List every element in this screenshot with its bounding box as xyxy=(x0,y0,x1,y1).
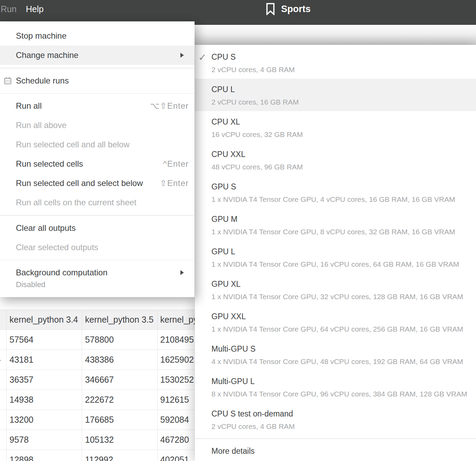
column-header-index xyxy=(0,310,6,330)
machine-option-spec: 2 vCPU cores, 4 GB RAM xyxy=(211,421,469,432)
machine-option-spec: 1 x NVIDIA T4 Tensor Core GPU, 64 vCPU c… xyxy=(211,324,469,334)
table-cell: 346667 xyxy=(82,370,157,390)
menu-item-label: Background computation xyxy=(16,268,108,277)
machine-option-label: GPU XXL xyxy=(211,311,469,322)
menu-item-clear-all-outputs[interactable]: Clear all outputs xyxy=(0,218,195,238)
menu-item-label: Clear all outputs xyxy=(16,223,76,233)
menu-item-run-selected-cell-and-all-below: Run selected cell and all below xyxy=(0,135,195,154)
machine-option-gpu-xl[interactable]: GPU XL1 x NVIDIA T4 Tensor Core GPU, 32 … xyxy=(195,273,476,306)
shortcut-hint: ⌥⇧Enter xyxy=(150,101,189,111)
table-cell xyxy=(0,450,6,461)
menu-item-clear-selected-outputs: Clear selected outputs xyxy=(0,238,195,257)
table-cell xyxy=(0,390,6,410)
table-cell: 9578 xyxy=(6,430,82,450)
machine-option-spec: 8 x NVIDIA T4 Tensor Core GPU, 96 vCPU c… xyxy=(211,389,469,399)
menu-item-label: Clear selected outputs xyxy=(16,243,98,252)
menu-item-subtitle: Disabled xyxy=(16,279,189,290)
menu-item-change-machine[interactable]: Change machine xyxy=(0,46,195,65)
shortcut-hint: ^Enter xyxy=(163,159,189,169)
submenu-arrow-icon xyxy=(180,270,184,275)
clipped-cell-fragment: - xyxy=(0,355,1,365)
menu-item-label: Run all xyxy=(16,101,42,111)
menu-divider xyxy=(0,215,195,216)
machine-option-label: CPU S test on-demand xyxy=(211,408,469,420)
machine-option-spec: 1 x NVIDIA T4 Tensor Core GPU, 16 vCPU c… xyxy=(211,259,469,269)
machine-option-spec: 4 x NVIDIA T4 Tensor Core GPU, 48 vCPU c… xyxy=(211,356,469,367)
table-cell: 105132 xyxy=(82,430,157,450)
menu-item-label: Run selected cell and select below xyxy=(16,178,143,188)
table-cell xyxy=(0,430,6,450)
machine-option-spec: 1 x NVIDIA T4 Tensor Core GPU, 4 vCPU co… xyxy=(211,194,469,205)
submenu-arrow-icon xyxy=(180,53,184,58)
page-title: Sports xyxy=(281,1,311,17)
column-header-kernel-python-3-4: kernel_python 3.4 xyxy=(6,310,82,330)
machine-option-label: GPU XL xyxy=(211,278,469,290)
machine-option-spec: 2 vCPU cores, 16 GB RAM xyxy=(211,97,469,107)
menu-item-label: Run selected cells xyxy=(16,159,83,169)
table-cell: 14938 xyxy=(6,390,82,410)
content-shadow-strip xyxy=(195,25,476,45)
machine-option-label: GPU S xyxy=(211,181,469,193)
menu-item-run-selected-cell-and-select-below[interactable]: Run selected cell and select below⇧Enter xyxy=(0,174,195,193)
menu-item-label: Change machine xyxy=(16,50,78,60)
table-cell: 12898 xyxy=(6,450,82,461)
table-cell xyxy=(0,330,6,350)
notebook-title[interactable]: Sports xyxy=(266,1,311,17)
table-cell: 176685 xyxy=(82,410,157,430)
machine-option-spec: 2 vCPU cores, 4 GB RAM xyxy=(211,65,469,75)
machine-option-cpu-xl[interactable]: CPU XL16 vCPU cores, 32 GB RAM xyxy=(195,111,476,144)
machine-option-gpu-s[interactable]: GPU S1 x NVIDIA T4 Tensor Core GPU, 4 vC… xyxy=(195,176,476,208)
table-cell: - xyxy=(0,350,6,370)
menu-item-run-selected-cells[interactable]: Run selected cells^Enter xyxy=(0,154,195,174)
machine-option-label: CPU L xyxy=(211,84,469,95)
menu-item-label: Run selected cell and all below xyxy=(16,140,130,149)
menu-item-background-computation[interactable]: Background computationDisabled xyxy=(0,263,195,290)
machine-option-multi-gpu-l[interactable]: Multi-GPU L8 x NVIDIA T4 Tensor Core GPU… xyxy=(195,371,476,403)
menu-item-label: Run all cells on the current sheet xyxy=(16,198,137,207)
shortcut-hint: ⇧Enter xyxy=(160,178,189,188)
app-screen: kernel_python 3.4kernel_python 3.5kernel… xyxy=(0,0,476,461)
machine-option-cpu-l[interactable]: CPU L2 vCPU cores, 16 GB RAM xyxy=(195,79,476,111)
machine-option-spec: 16 vCPU cores, 32 GB RAM xyxy=(211,129,469,140)
menu-divider xyxy=(0,260,195,261)
table-cell xyxy=(0,370,6,390)
menu-item-label: Run all above xyxy=(16,120,67,130)
machine-option-label: CPU XXL xyxy=(211,148,469,160)
machine-option-cpu-xxl[interactable]: CPU XXL48 vCPU cores, 96 GB RAM xyxy=(195,144,476,176)
menubar-item-help[interactable]: Help xyxy=(26,3,43,15)
run-menu: Stop machineChange machineSchedule runsR… xyxy=(0,21,195,297)
menu-item-run-all-above: Run all above xyxy=(0,116,195,135)
machine-option-spec: 1 x NVIDIA T4 Tensor Core GPU, 8 vCPU co… xyxy=(211,227,469,237)
table-cell: 578800 xyxy=(82,330,157,350)
table-cell xyxy=(0,410,6,430)
machine-option-label: GPU L xyxy=(211,246,469,257)
machine-option-gpu-xxl[interactable]: GPU XXL1 x NVIDIA T4 Tensor Core GPU, 64… xyxy=(195,306,476,338)
machine-option-cpu-s-test-on-demand[interactable]: CPU S test on-demand2 vCPU cores, 4 GB R… xyxy=(195,403,476,435)
menu-item-label: Schedule runs xyxy=(16,76,69,86)
calendar-icon xyxy=(4,77,12,85)
machine-option-spec: 1 x NVIDIA T4 Tensor Core GPU, 32 vCPU c… xyxy=(211,292,469,302)
table-cell: 43181 xyxy=(6,350,82,370)
more-details-item[interactable]: More details xyxy=(195,439,476,457)
machine-option-gpu-l[interactable]: GPU L1 x NVIDIA T4 Tensor Core GPU, 16 v… xyxy=(195,241,476,273)
table-cell: 222672 xyxy=(82,390,157,410)
menu-divider xyxy=(0,68,195,68)
table-cell: 36357 xyxy=(6,370,82,390)
menubar-item-run[interactable]: Run xyxy=(1,3,17,15)
machine-option-label: GPU M xyxy=(211,213,469,225)
menu-item-schedule-runs[interactable]: Schedule runs xyxy=(0,71,195,90)
machine-option-label: CPU S xyxy=(211,51,469,63)
table-cell: 438386 xyxy=(82,350,157,370)
menu-item-stop-machine[interactable]: Stop machine xyxy=(0,26,195,46)
machine-submenu: ✓CPU S2 vCPU cores, 4 GB RAMCPU L2 vCPU … xyxy=(195,45,476,461)
menu-item-run-all[interactable]: Run all⌥⇧Enter xyxy=(0,96,195,116)
machine-option-cpu-s[interactable]: ✓CPU S2 vCPU cores, 4 GB RAM xyxy=(195,46,476,79)
machine-option-label: Multi-GPU S xyxy=(211,343,469,355)
menu-item-label: Stop machine xyxy=(16,31,67,41)
table-cell: 13200 xyxy=(6,410,82,430)
bookmark-icon xyxy=(266,3,275,15)
machine-option-multi-gpu-s[interactable]: Multi-GPU S4 x NVIDIA T4 Tensor Core GPU… xyxy=(195,338,476,371)
machine-option-label: Multi-GPU L xyxy=(211,375,469,387)
machine-option-gpu-m[interactable]: GPU M1 x NVIDIA T4 Tensor Core GPU, 8 vC… xyxy=(195,208,476,241)
machine-option-spec: 48 vCPU cores, 96 GB RAM xyxy=(211,162,469,172)
